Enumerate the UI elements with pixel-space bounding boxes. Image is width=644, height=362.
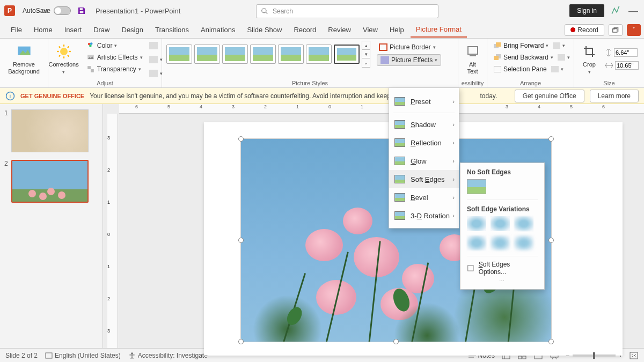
- svg-rect-0: [613, 28, 617, 32]
- style-thumb-3[interactable]: [222, 45, 248, 64]
- signin-button[interactable]: Sign in: [569, 4, 604, 17]
- tab-record[interactable]: Record: [288, 23, 321, 37]
- tab-review[interactable]: Review: [323, 23, 356, 37]
- language-icon: [45, 352, 53, 359]
- picture-border-button[interactable]: Picture Border▾: [377, 42, 441, 52]
- svg-line-10: [68, 47, 69, 48]
- tab-home[interactable]: Home: [28, 23, 58, 37]
- fit-to-window-button[interactable]: [629, 351, 639, 360]
- svg-line-55: [555, 357, 557, 359]
- style-thumb-5[interactable]: [278, 45, 304, 64]
- effect-bevel[interactable]: Bevel›: [389, 188, 459, 206]
- tab-view[interactable]: View: [357, 23, 383, 37]
- corrections-icon: [55, 43, 72, 60]
- tab-slide-show[interactable]: Slide Show: [241, 23, 287, 37]
- collapse-ribbon-button[interactable]: ˅: [627, 24, 641, 36]
- crop-button[interactable]: Crop▾: [577, 41, 601, 77]
- svg-rect-30: [558, 54, 565, 61]
- tab-help[interactable]: Help: [384, 23, 409, 37]
- svg-rect-19: [149, 56, 158, 63]
- style-thumb-6[interactable]: [306, 45, 332, 64]
- effect-3d-rotation[interactable]: 3-D Rotation›: [389, 206, 459, 225]
- zoom-slider[interactable]: [573, 354, 616, 357]
- search-input[interactable]: Search: [256, 4, 438, 18]
- selection-pane-button[interactable]: Selection Pane: [492, 64, 549, 74]
- effect-reflection[interactable]: Reflection›: [389, 134, 459, 152]
- alt-text-button[interactable]: Alt Text: [461, 41, 485, 77]
- align-button[interactable]: ▾: [551, 41, 567, 50]
- record-button[interactable]: Record: [565, 24, 604, 36]
- style-thumb-7[interactable]: [334, 45, 360, 64]
- effect-glow[interactable]: Glow›: [389, 152, 459, 170]
- resize-handle[interactable]: [548, 136, 554, 142]
- autosave-toggle[interactable]: AutoSave Off: [23, 6, 71, 15]
- send-backward-button[interactable]: Send Backward▾: [492, 53, 555, 62]
- save-icon[interactable]: [77, 6, 86, 15]
- slide-thumb-2[interactable]: 2: [4, 160, 98, 203]
- svg-point-13: [90, 42, 93, 45]
- corrections-button[interactable]: Corrections▾: [45, 41, 82, 78]
- tab-transitions[interactable]: Transitions: [150, 23, 194, 37]
- tab-draw[interactable]: Draw: [88, 23, 115, 37]
- variation-1[interactable]: [467, 216, 486, 231]
- width-input[interactable]: [603, 60, 641, 71]
- compress-icon: [149, 42, 158, 49]
- svg-line-54: [552, 357, 553, 359]
- share-button[interactable]: [609, 24, 623, 36]
- learn-more-button[interactable]: Learn more: [590, 90, 639, 102]
- rotate-button[interactable]: ▾: [549, 64, 566, 74]
- slide-thumbnails-panel: 1 2: [0, 104, 103, 348]
- resize-handle[interactable]: [393, 339, 399, 344]
- slide-indicator[interactable]: Slide 2 of 2: [5, 352, 38, 359]
- tab-picture-format[interactable]: Picture Format: [411, 22, 467, 38]
- tab-animations[interactable]: Animations: [195, 23, 240, 37]
- effect-preset[interactable]: Preset›: [389, 92, 459, 110]
- style-thumb-1[interactable]: [166, 45, 192, 64]
- style-thumb-2[interactable]: [194, 45, 220, 64]
- resize-handle[interactable]: [238, 339, 244, 344]
- svg-rect-39: [468, 265, 473, 271]
- gallery-scroll[interactable]: ▴▾⌄: [362, 41, 370, 68]
- variation-4[interactable]: [467, 235, 486, 250]
- alt-text-icon: [464, 43, 481, 60]
- svg-rect-16: [87, 66, 91, 69]
- picture-styles-gallery[interactable]: ▴▾⌄: [166, 41, 370, 68]
- height-input[interactable]: [603, 47, 641, 58]
- group-button[interactable]: ▾: [555, 53, 572, 62]
- resize-handle[interactable]: [548, 339, 554, 344]
- artistic-effects-button[interactable]: Artistic Effects▾: [84, 53, 145, 62]
- tab-insert[interactable]: Insert: [59, 23, 87, 37]
- transparency-button[interactable]: Transparency▾: [84, 64, 145, 74]
- get-genuine-button[interactable]: Get genuine Office: [515, 90, 584, 102]
- resize-handle[interactable]: [238, 238, 244, 243]
- toggle-off-icon[interactable]: Off: [54, 6, 71, 15]
- effect-shadow[interactable]: Shadow›: [389, 115, 459, 134]
- no-soft-edges-label: No Soft Edges: [467, 168, 538, 176]
- style-thumb-4[interactable]: [250, 45, 276, 64]
- minimize-button[interactable]: —: [627, 5, 640, 17]
- variation-3[interactable]: [514, 216, 533, 231]
- group-arrange-title: Arrange: [487, 80, 574, 86]
- simplify-ribbon-icon[interactable]: [611, 6, 620, 16]
- variation-2[interactable]: [491, 216, 510, 231]
- tab-file[interactable]: File: [5, 23, 27, 37]
- soft-edge-variations: [467, 216, 538, 250]
- effect-soft-edges[interactable]: Soft Edges›: [389, 170, 459, 188]
- variation-5[interactable]: [491, 235, 510, 250]
- color-button[interactable]: Color▾: [84, 41, 145, 50]
- slide-thumb-1[interactable]: 1: [4, 109, 98, 152]
- soft-edges-options[interactable]: Soft Edges Options...: [467, 256, 538, 276]
- resize-handle[interactable]: [238, 136, 244, 142]
- resize-handle[interactable]: [548, 238, 554, 243]
- msg-trail: today.: [480, 92, 497, 100]
- tab-design[interactable]: Design: [116, 23, 149, 37]
- accessibility-indicator[interactable]: Accessibility: Investigate: [128, 352, 208, 359]
- remove-background-button[interactable]: Remove Background: [5, 41, 43, 77]
- group-picture-styles-title: Picture Styles: [162, 80, 458, 86]
- soft-edges-submenu: No Soft Edges Soft Edge Variations Soft …: [460, 162, 545, 290]
- language-indicator[interactable]: English (United States): [45, 352, 121, 359]
- picture-effects-button[interactable]: Picture Effects▾: [377, 54, 441, 66]
- bring-forward-button[interactable]: Bring Forward▾: [492, 41, 551, 50]
- no-soft-edges-option[interactable]: [467, 179, 486, 194]
- variation-6[interactable]: [514, 235, 533, 250]
